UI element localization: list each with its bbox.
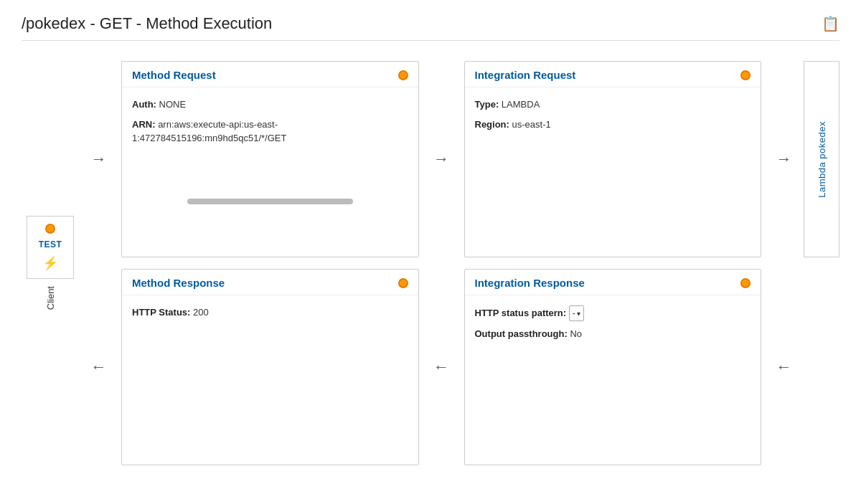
method-response-title: Method Response <box>132 277 225 289</box>
chevron-down-icon: ▾ <box>577 308 580 319</box>
integration-response-output-passthrough: Output passthrough: No <box>475 327 751 341</box>
method-response-card: Method Response HTTP Status: 200 <box>121 269 419 465</box>
method-request-header: Method Request <box>122 62 418 87</box>
client-label[interactable]: TEST <box>39 239 62 249</box>
integration-response-http-pattern: HTTP status pattern: - ▾ <box>475 305 751 321</box>
page-wrapper: /pokedex - GET - Method Execution 📋 TEST… <box>0 0 861 504</box>
arrow-to-integration-request: → <box>422 55 461 263</box>
arrow-to-method-request: → <box>79 55 118 263</box>
integration-request-header: Integration Request <box>465 62 761 87</box>
integration-request-title: Integration Request <box>475 69 576 81</box>
page-title: /pokedex - GET - Method Execution <box>22 14 272 33</box>
arrow-to-lambda: → <box>764 55 804 263</box>
page-header: /pokedex - GET - Method Execution 📋 <box>22 14 839 41</box>
arrow-from-integration-response: ← <box>422 263 461 471</box>
integration-request-body: Type: LAMBDA Region: us-east-1 <box>465 87 761 257</box>
integration-request-region: Region: us-east-1 <box>475 118 751 132</box>
client-box: TEST ⚡ <box>27 216 74 279</box>
integration-request-type: Type: LAMBDA <box>475 98 751 112</box>
integration-response-title: Integration Response <box>475 277 585 289</box>
integration-request-card: Integration Request Type: LAMBDA Region:… <box>464 61 762 257</box>
http-status-pattern-select[interactable]: - ▾ <box>569 305 584 321</box>
docs-icon[interactable]: 📋 <box>822 15 839 32</box>
method-response-status: HTTP Status: 200 <box>132 305 408 320</box>
integration-response-body: HTTP status pattern: - ▾ Output passthro… <box>465 295 761 465</box>
main-layout: TEST ⚡ Client → Method Request <box>22 55 839 471</box>
method-request-title: Method Request <box>132 69 216 81</box>
method-request-body: Auth: NONE ARN: arn:aws:execute-api:us-e… <box>122 87 418 257</box>
integration-response-card: Integration Response HTTP status pattern… <box>464 269 762 465</box>
client-column: TEST ⚡ Client <box>22 55 79 471</box>
method-request-arn: ARN: arn:aws:execute-api:us-east-1:47278… <box>132 118 408 146</box>
client-lightning-icon[interactable]: ⚡ <box>42 255 58 271</box>
arrow-from-method-response: ← <box>79 263 118 471</box>
integration-request-dot <box>740 70 751 80</box>
arrow-from-lambda: ← <box>764 263 804 471</box>
lambda-column: Lambda pokedex <box>804 61 839 257</box>
lambda-spacer <box>804 269 839 465</box>
client-text: Client <box>45 286 56 310</box>
integration-response-header: Integration Response <box>465 270 761 295</box>
method-response-body: HTTP Status: 200 <box>122 295 418 465</box>
method-request-auth: Auth: NONE <box>132 98 408 112</box>
client-dot <box>45 224 55 234</box>
integration-response-dot <box>740 278 751 288</box>
lambda-label[interactable]: Lambda pokedex <box>817 121 827 198</box>
method-request-card: Method Request Auth: NONE ARN: arn:aws:e… <box>121 61 419 257</box>
method-request-dot <box>398 70 408 80</box>
method-response-header: Method Response <box>122 270 418 295</box>
method-request-scrollbar[interactable] <box>187 199 353 204</box>
method-response-dot <box>398 278 408 288</box>
